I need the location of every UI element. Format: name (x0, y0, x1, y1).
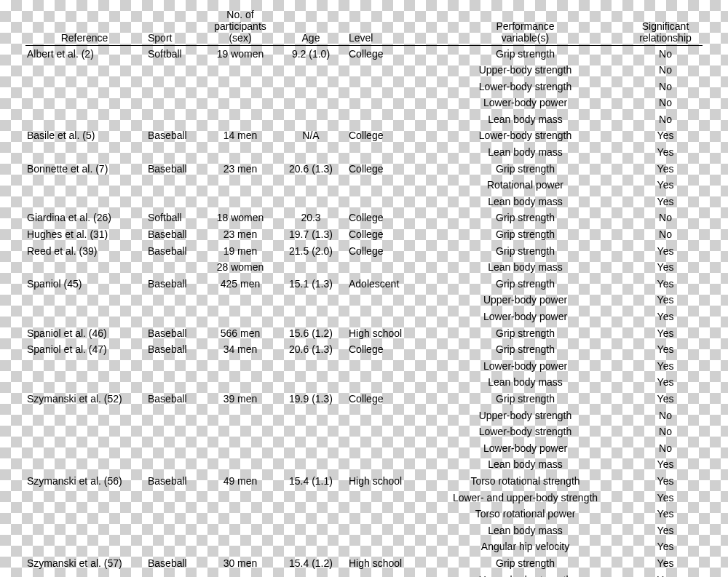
table-row: Lean body massNo (25, 111, 703, 128)
cell-level (344, 309, 422, 326)
cell-participants (203, 194, 277, 210)
table-row: Upper-body strengthNo (25, 407, 703, 424)
cell-level (344, 260, 422, 276)
cell-reference (25, 111, 143, 128)
cell-age (277, 375, 344, 391)
cell-level: College (344, 210, 422, 227)
cell-performance: Upper-body strength (422, 572, 628, 577)
cell-sport (143, 79, 203, 95)
cell-participants (203, 506, 277, 523)
cell-significant: No (628, 424, 703, 441)
cell-reference (25, 407, 143, 424)
cell-level (344, 145, 422, 162)
cell-significant: No (628, 63, 703, 79)
cell-age (277, 260, 344, 276)
cell-participants (203, 309, 277, 326)
cell-level (344, 194, 422, 210)
cell-performance: Lower-body power (422, 440, 628, 457)
cell-significant: No (628, 440, 703, 457)
table-row: Giardina et al. (26)Softball18 women20.3… (25, 210, 703, 227)
table-row: Spaniol et al. (46)Baseball566 men15.6 (… (25, 325, 703, 342)
table-row: Rotational powerYes (25, 178, 703, 194)
cell-sport (143, 178, 203, 194)
cell-performance: Grip strength (422, 46, 628, 63)
cell-performance: Lower-body power (422, 95, 628, 112)
cell-participants: 39 men (203, 391, 277, 407)
cell-sport (143, 572, 203, 577)
cell-performance: Lean body mass (422, 111, 628, 128)
cell-age (277, 95, 344, 112)
table-body: Albert et al. (2)Softball19 women9.2 (1.… (25, 46, 703, 578)
cell-sport (143, 424, 203, 441)
cell-significant: No (628, 79, 703, 95)
header-significant: Significantrelationship (628, 7, 703, 46)
cell-significant: Yes (628, 161, 703, 178)
cell-reference (25, 309, 143, 326)
header-participants: No. ofparticipants(sex) (203, 7, 277, 46)
table-row: Upper-body powerYes (25, 293, 703, 309)
cell-performance: Grip strength (422, 243, 628, 260)
table-row: 28 womenLean body massYes (25, 260, 703, 276)
cell-level: College (344, 227, 422, 244)
cell-age (277, 178, 344, 194)
cell-sport: Baseball (143, 391, 203, 407)
cell-performance: Upper-body power (422, 293, 628, 309)
cell-age (277, 309, 344, 326)
cell-sport: Baseball (143, 128, 203, 145)
cell-age: 19.9 (1.3) (277, 391, 344, 407)
cell-level (344, 490, 422, 506)
cell-performance: Lower-body power (422, 309, 628, 326)
cell-participants: 425 men (203, 276, 277, 293)
cell-performance: Torso rotational strength (422, 473, 628, 490)
header-sport: Sport (143, 7, 203, 46)
cell-significant: Yes (628, 539, 703, 556)
cell-sport (143, 407, 203, 424)
cell-performance: Grip strength (422, 555, 628, 572)
cell-significant: No (628, 227, 703, 244)
cell-performance: Lower-body strength (422, 424, 628, 441)
cell-sport (143, 293, 203, 309)
cell-reference (25, 260, 143, 276)
cell-age: 19.7 (1.3) (277, 227, 344, 244)
cell-reference (25, 539, 143, 556)
cell-significant: Yes (628, 293, 703, 309)
cell-age: 21.5 (2.0) (277, 243, 344, 260)
cell-significant: Yes (628, 572, 703, 577)
cell-age: 15.6 (1.2) (277, 325, 344, 342)
cell-age (277, 145, 344, 162)
cell-reference (25, 145, 143, 162)
table-row: Lean body massYes (25, 194, 703, 210)
cell-participants: 23 men (203, 227, 277, 244)
cell-sport (143, 506, 203, 523)
cell-level: College (344, 391, 422, 407)
cell-sport: Baseball (143, 555, 203, 572)
cell-participants (203, 424, 277, 441)
cell-performance: Rotational power (422, 178, 628, 194)
table-row: Lean body massYes (25, 522, 703, 539)
cell-sport (143, 358, 203, 375)
cell-significant: Yes (628, 243, 703, 260)
cell-sport: Baseball (143, 243, 203, 260)
cell-performance: Upper-body strength (422, 407, 628, 424)
cell-performance: Lean body mass (422, 375, 628, 391)
cell-performance: Lean body mass (422, 145, 628, 162)
table-header: Reference Sport No. ofparticipants(sex) … (25, 7, 703, 46)
research-table: Reference Sport No. ofparticipants(sex) … (25, 7, 703, 577)
cell-significant: No (628, 111, 703, 128)
cell-participants (203, 457, 277, 474)
cell-participants (203, 490, 277, 506)
cell-level (344, 293, 422, 309)
cell-performance: Grip strength (422, 342, 628, 359)
cell-significant: No (628, 210, 703, 227)
cell-significant: Yes (628, 260, 703, 276)
cell-sport: Softball (143, 46, 203, 63)
table-row: Lower- and upper-body strengthYes (25, 490, 703, 506)
cell-age: 9.2 (1.0) (277, 46, 344, 63)
cell-performance: Grip strength (422, 227, 628, 244)
cell-sport (143, 375, 203, 391)
cell-participants (203, 440, 277, 457)
cell-significant: No (628, 46, 703, 63)
cell-level: College (344, 161, 422, 178)
table-row: Lower-body powerYes (25, 309, 703, 326)
cell-age (277, 194, 344, 210)
